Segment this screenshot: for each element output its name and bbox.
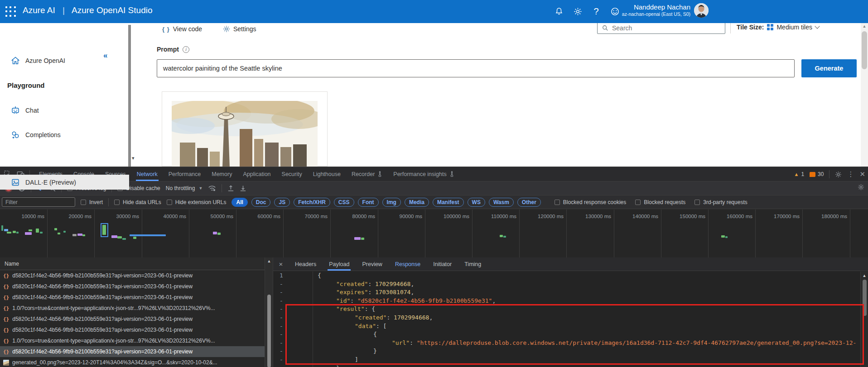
network-activity-bar <box>63 231 66 233</box>
third-party-requests-checkbox[interactable]: 3rd-party requests <box>694 199 747 205</box>
timeline-label: 70000 ms <box>304 214 330 219</box>
issues-badge[interactable]: 30 <box>810 171 824 177</box>
sidebar-item-dalle[interactable]: DALL·E (Preview) <box>0 175 129 190</box>
avatar[interactable] <box>694 3 709 18</box>
timeline-gridline <box>142 210 142 257</box>
sidebar-item-label: Completions <box>25 131 61 138</box>
request-row[interactable]: {}d5820c1f-f4e2-4b56-9fb9-b2100b559e31?a… <box>0 292 265 303</box>
detail-tab-initiator[interactable]: Initiator <box>427 257 458 271</box>
devtools-tab-recorder[interactable]: Recorder <box>346 167 388 181</box>
product-title[interactable]: Azure OpenAI Studio <box>72 5 153 15</box>
devtools-settings-gear-icon[interactable] <box>835 171 842 178</box>
network-activity-bar <box>500 235 503 237</box>
devtools-tab-application[interactable]: Application <box>237 167 276 181</box>
search-input[interactable]: Search <box>597 22 725 34</box>
detail-tab-preview[interactable]: Preview <box>356 257 388 271</box>
tile-size-dropdown[interactable]: Tile Size: Medium tiles <box>737 24 819 31</box>
request-row[interactable]: {}d5820c1f-f4e2-4b56-9fb9-b2100b559e31?a… <box>0 270 265 281</box>
divider <box>730 23 731 33</box>
app-launcher-icon[interactable] <box>5 6 16 17</box>
request-row[interactable]: {}d5820c1f-f4e2-4b56-9fb9-b2100b559e31?a… <box>0 281 265 292</box>
help-icon[interactable]: ? <box>590 5 603 18</box>
page-scrollbar[interactable]: ▲ <box>861 23 868 167</box>
sidebar-scrollbar[interactable] <box>128 25 131 167</box>
notifications-bell-icon[interactable] <box>553 5 565 18</box>
timeline-label: 110000 ms <box>491 214 519 219</box>
warnings-badge[interactable]: ▲ 1 <box>794 171 804 177</box>
brand-azure-ai[interactable]: Azure AI <box>23 5 55 15</box>
generate-button[interactable]: Generate <box>801 59 857 77</box>
filter-chip-fetch-xhr[interactable]: Fetch/XHR <box>294 198 330 207</box>
user-name: Nanddeep Nachan <box>622 3 690 11</box>
filter-chip-ws[interactable]: WS <box>468 198 485 207</box>
request-row[interactable]: {}1.0/?cors=true&content-type=applicatio… <box>0 335 265 346</box>
filter-chip-css[interactable]: CSS <box>334 198 354 207</box>
network-activity-bar <box>117 236 122 238</box>
filter-chip-img[interactable]: Img <box>382 198 401 207</box>
detail-tab-payload[interactable]: Payload <box>323 257 356 271</box>
devtools-tab-performance[interactable]: Performance <box>163 167 207 181</box>
scroll-up-icon[interactable]: ▲ <box>861 273 868 278</box>
filter-input[interactable]: Filter <box>2 197 75 207</box>
scroll-thumb[interactable] <box>862 31 867 69</box>
timeline-gridline <box>378 210 378 257</box>
invert-checkbox[interactable]: Invert <box>81 199 103 205</box>
devtools-tab-network[interactable]: Network <box>131 167 163 181</box>
kebab-menu-icon[interactable]: ⋮ <box>847 170 854 178</box>
gutter-line-marker: 1 <box>273 272 313 280</box>
sidebar-item-azure-openai[interactable]: Azure OpenAI <box>0 53 129 68</box>
generated-image-card[interactable] <box>162 91 328 167</box>
scroll-thumb[interactable] <box>267 295 271 367</box>
sidebar-item-completions[interactable]: Completions <box>0 127 129 142</box>
info-icon: i <box>183 46 189 53</box>
filter-chip-media[interactable]: Media <box>405 198 429 207</box>
detail-tab-response[interactable]: Response <box>389 257 427 271</box>
timeline-gridline <box>330 210 331 257</box>
hide-data-urls-checkbox[interactable]: Hide data URLs <box>114 199 161 205</box>
export-har-icon[interactable] <box>240 185 246 192</box>
filter-chip-font[interactable]: Font <box>358 198 379 207</box>
filter-chip-js[interactable]: JS <box>274 198 290 207</box>
request-row[interactable]: {}d5820c1f-f4e2-4b56-9fb9-b2100b559e31?a… <box>0 346 265 357</box>
feedback-smiley-icon[interactable] <box>608 5 621 18</box>
request-row[interactable]: {}d5820c1f-f4e2-4b56-9fb9-b2100b559e31?a… <box>0 324 265 335</box>
account-info[interactable]: Nanddeep Nachan az-nachan-openai (East U… <box>622 3 690 17</box>
settings-gear-icon[interactable] <box>571 5 584 18</box>
name-column-header[interactable]: Name <box>0 257 265 270</box>
devtools-panel: ElementsConsoleSourcesNetworkPerformance… <box>0 167 868 367</box>
request-name: generated_00.png?se=2023-12-20T14%3A04%3… <box>12 359 217 366</box>
devtools-tab-performance-insights[interactable]: Performance insights <box>388 167 459 181</box>
devtools-close-icon[interactable]: ✕ <box>859 170 865 178</box>
request-list-scrollbar[interactable]: ▲ <box>265 257 273 367</box>
devtools-tab-security[interactable]: Security <box>276 167 308 181</box>
blocked-response-cookies-checkbox[interactable]: Blocked response cookies <box>555 199 626 205</box>
settings-button[interactable]: Settings <box>223 24 256 34</box>
network-settings-gear-icon[interactable] <box>858 184 864 191</box>
scroll-up-icon[interactable]: ▲ <box>265 259 273 263</box>
sidebar-item-label: Azure OpenAI <box>25 57 65 64</box>
prompt-input[interactable]: watercolor painiting of the Seattle skyl… <box>157 59 795 77</box>
throttling-dropdown[interactable]: No throttling ▼ <box>166 185 203 191</box>
request-row[interactable]: {}1.0/?cors=true&content-type=applicatio… <box>0 303 265 314</box>
filter-chip-doc[interactable]: Doc <box>251 198 271 207</box>
filter-chip-manifest[interactable]: Manifest <box>433 198 464 207</box>
detail-tab-headers[interactable]: Headers <box>289 257 323 271</box>
view-code-button[interactable]: { } View code <box>162 24 202 34</box>
detail-tab-timing[interactable]: Timing <box>458 257 487 271</box>
close-detail-icon[interactable]: × <box>273 257 289 271</box>
network-overview-timeline[interactable]: 10000 ms20000 ms30000 ms40000 ms50000 ms… <box>0 210 868 257</box>
network-activity-bar <box>111 235 117 238</box>
filter-chip-other[interactable]: Other <box>517 198 541 207</box>
request-row[interactable]: {}d5820c1f-f4e2-4b56-9fb9-b2100b559e31?a… <box>0 314 265 324</box>
sidebar-item-chat[interactable]: Chat <box>0 103 129 118</box>
devtools-tab-lighthouse[interactable]: Lighthouse <box>308 167 346 181</box>
network-conditions-icon[interactable] <box>208 185 216 192</box>
scroll-up-icon[interactable]: ▲ <box>861 24 868 29</box>
hide-extension-urls-checkbox[interactable]: Hide extension URLs <box>167 199 227 205</box>
blocked-requests-checkbox[interactable]: Blocked requests <box>635 199 685 205</box>
request-row[interactable]: generated_00.png?se=2023-12-20T14%3A04%3… <box>0 357 265 367</box>
filter-chip-wasm[interactable]: Wasm <box>489 198 514 207</box>
devtools-tab-memory[interactable]: Memory <box>206 167 237 181</box>
import-har-icon[interactable] <box>227 185 234 192</box>
filter-chip-all[interactable]: All <box>231 198 247 207</box>
